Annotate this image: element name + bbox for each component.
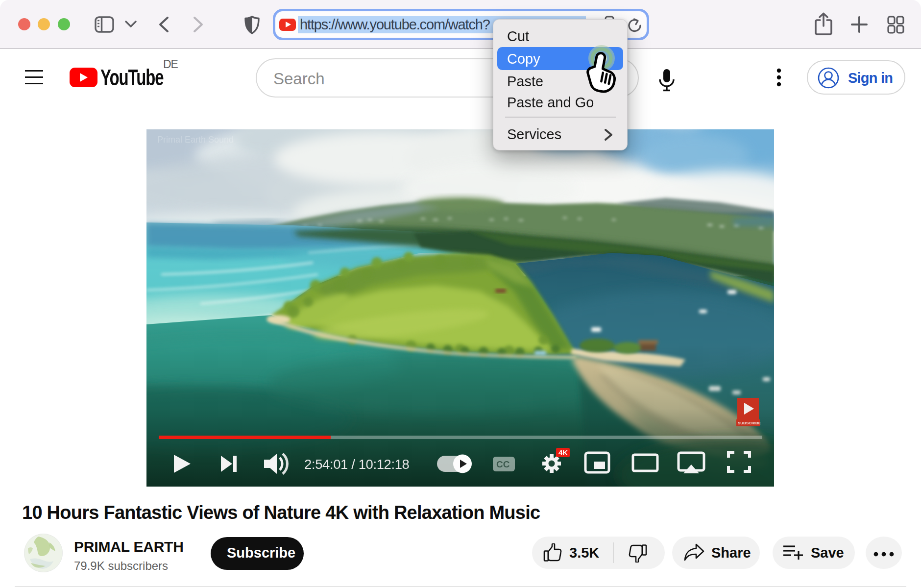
svg-text:CC: CC (496, 459, 510, 469)
svg-text:2:54:01 / 10:12:18: 2:54:01 / 10:12:18 (304, 457, 410, 472)
svg-text:SUBSCRIBE: SUBSCRIBE (738, 421, 761, 425)
svg-text:Primal Earth Sound: Primal Earth Sound (157, 135, 234, 145)
svg-text:4K: 4K (558, 448, 568, 457)
